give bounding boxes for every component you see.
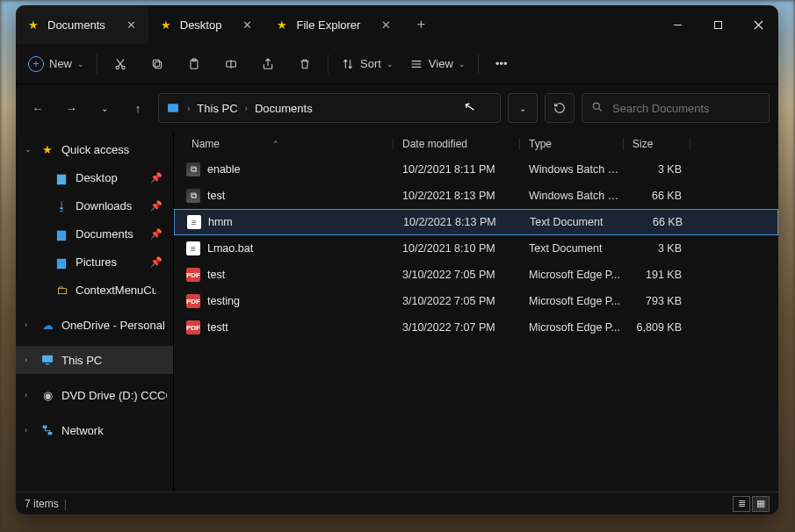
txt-icon: ≡ (187, 215, 201, 229)
view-label: View (429, 57, 453, 70)
rename-button[interactable] (213, 49, 249, 79)
sidebar-dvd-drive[interactable]: › ◉ DVD Drive (D:) CCCO (16, 381, 173, 409)
sidebar-item[interactable]: ▆ Desktop 📌 (16, 163, 173, 191)
sidebar-item[interactable]: ⭳ Downloads 📌 (16, 191, 173, 219)
maximize-button[interactable] (697, 5, 738, 44)
minimize-button[interactable] (657, 5, 697, 44)
close-icon[interactable]: ✕ (126, 18, 136, 32)
close-window-button[interactable] (738, 5, 778, 44)
tab[interactable]: ★ Documents ✕ (16, 5, 148, 44)
table-row[interactable]: ⧉enable 10/2/2021 8:11 PM Windows Batch … (174, 156, 778, 183)
pdf-icon: PDF (186, 268, 200, 282)
file-size: 191 KB (624, 269, 690, 281)
column-date[interactable]: Date modified (394, 138, 520, 150)
close-icon[interactable]: ✕ (242, 18, 252, 32)
monitor-icon (40, 353, 54, 367)
plus-circle-icon: + (28, 56, 44, 72)
cloud-icon: ☁ (40, 318, 54, 332)
breadcrumb-current[interactable]: Documents (255, 102, 313, 115)
chevron-right-icon: › (25, 320, 27, 329)
pdf-icon: PDF (186, 294, 200, 308)
table-row[interactable]: PDFtest 3/10/2022 7:05 PM Microsoft Edge… (174, 262, 778, 288)
address-bar[interactable]: › This PC › Documents (158, 93, 501, 123)
tab-label: File Explorer (296, 18, 360, 32)
sidebar-item[interactable]: ▆ Pictures 📌 (16, 248, 173, 276)
item-count: 7 items (25, 498, 59, 510)
details-view-button[interactable]: ≣ (733, 496, 750, 512)
file-type: Text Document (520, 242, 624, 255)
svg-point-4 (116, 66, 119, 68)
sidebar-this-pc[interactable]: › This PC (16, 346, 173, 374)
file-date: 3/10/2022 7:07 PM (394, 321, 520, 334)
pin-icon: 📌 (150, 172, 163, 183)
delete-button[interactable] (287, 49, 322, 79)
paste-button[interactable] (177, 49, 212, 79)
chevron-right-icon: › (245, 104, 248, 113)
close-icon[interactable]: ✕ (381, 18, 391, 32)
svg-rect-1 (714, 21, 721, 28)
svg-line-17 (598, 108, 601, 111)
sidebar-network[interactable]: › Network (16, 416, 173, 444)
chevron-down-icon: ⌄ (387, 60, 394, 68)
sidebar-onedrive[interactable]: › ☁ OneDrive - Personal (16, 311, 173, 339)
file-name: hmm (208, 216, 233, 228)
file-name: test (207, 269, 225, 281)
svg-rect-7 (153, 60, 159, 66)
sort-button[interactable]: Sort ⌄ (334, 49, 401, 79)
share-button[interactable] (250, 49, 285, 79)
sidebar-item[interactable]: ▆ Documents 📌 (16, 219, 173, 248)
recent-button[interactable]: ⌄ (91, 95, 118, 121)
sidebar-item-label: ContextMenuCust (76, 284, 156, 297)
column-size[interactable]: Size (624, 138, 690, 150)
address-dropdown[interactable]: ⌄ (508, 93, 538, 123)
table-row[interactable]: PDFtestt 3/10/2022 7:07 PM Microsoft Edg… (174, 314, 778, 341)
search-box[interactable] (582, 93, 770, 123)
table-row[interactable]: PDFtesting 3/10/2022 7:05 PM Microsoft E… (174, 288, 778, 314)
new-tab-button[interactable]: + (403, 5, 438, 44)
new-button[interactable]: + New ⌄ (21, 49, 91, 79)
file-type: Microsoft Edge P... (520, 321, 624, 334)
titlebar: ★ Documents ✕★ Desktop ✕★ File Explorer … (16, 5, 778, 44)
file-date: 3/10/2022 7:05 PM (394, 295, 520, 307)
blue-icon: ▆ (54, 226, 69, 241)
cut-button[interactable] (103, 49, 138, 79)
more-button[interactable]: ••• (484, 49, 519, 79)
thumbnails-view-button[interactable]: ▦ (752, 496, 770, 512)
table-row[interactable]: ≡hmm 10/2/2021 8:13 PM Text Document 66 … (174, 209, 778, 235)
sidebar-item-label: Desktop (76, 171, 118, 184)
pin-icon: 📌 (150, 256, 163, 268)
bat-icon: ⧉ (186, 189, 200, 203)
file-name: testt (207, 321, 228, 334)
view-button[interactable]: View ⌄ (402, 49, 473, 79)
up-button[interactable]: ↑ (125, 95, 151, 121)
file-size: 793 KB (624, 295, 690, 307)
tab[interactable]: ★ Desktop ✕ (148, 5, 265, 44)
sidebar-label: Network (61, 424, 104, 437)
star-icon: ★ (28, 18, 39, 32)
sidebar-item[interactable]: 🗀 ContextMenuCust (16, 276, 173, 304)
refresh-button[interactable] (545, 93, 575, 123)
file-name: test (207, 190, 225, 202)
tab[interactable]: ★ File Explorer ✕ (264, 5, 403, 44)
nav-row: ← → ⌄ ↑ › This PC › Documents ⌄ (16, 84, 778, 132)
forward-button[interactable]: → (58, 95, 84, 121)
monitor-icon: ▆ (54, 170, 69, 184)
file-date: 10/2/2021 8:13 PM (394, 190, 520, 202)
copy-button[interactable] (140, 49, 175, 79)
chevron-right-icon: › (187, 104, 190, 113)
sidebar-quick-access[interactable]: ⌄ ★ Quick access (16, 135, 173, 163)
column-type[interactable]: Type (520, 138, 624, 150)
table-row[interactable]: ≡Lmao.bat 10/2/2021 8:10 PM Text Documen… (174, 235, 778, 262)
file-name: enable (207, 163, 241, 176)
column-name[interactable]: Name ⌃ (174, 138, 394, 150)
sidebar-label: OneDrive - Personal (61, 319, 165, 332)
breadcrumb-root[interactable]: This PC (197, 102, 237, 115)
table-row[interactable]: ⧉test 10/2/2021 8:13 PM Windows Batch Fi… (174, 183, 778, 209)
chevron-right-icon: › (25, 356, 27, 364)
sidebar: ⌄ ★ Quick access ▆ Desktop 📌⭳ Downloads … (16, 132, 174, 492)
back-button[interactable]: ← (25, 95, 51, 121)
file-date: 3/10/2022 7:05 PM (394, 269, 520, 281)
chevron-right-icon: › (25, 391, 27, 399)
file-date: 10/2/2021 8:13 PM (394, 216, 521, 228)
search-input[interactable] (612, 102, 760, 115)
